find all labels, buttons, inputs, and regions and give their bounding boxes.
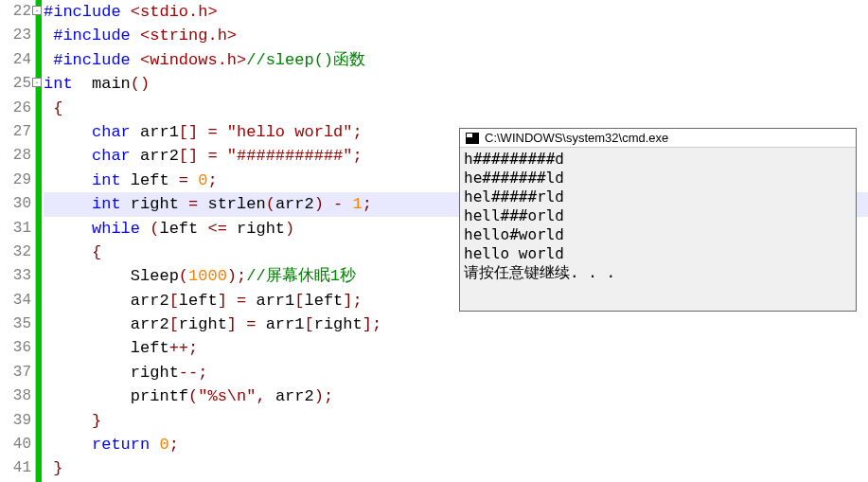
code-line[interactable]: -#include <stdio.h> <box>44 0 868 24</box>
terminal-line: hel#####rld <box>464 187 852 206</box>
terminal-line: hello world <box>464 244 852 263</box>
code-line[interactable]: #include <windows.h>//sleep()函数 <box>44 48 868 72</box>
terminal-line: hello#world <box>464 225 852 244</box>
line-number: 36 <box>0 336 31 360</box>
terminal-line: h#########d <box>464 150 852 169</box>
line-number: 27 <box>0 120 31 144</box>
line-number: 22 <box>0 0 31 24</box>
code-line[interactable]: -int main() <box>44 72 868 96</box>
terminal-output: h#########dhe#######ldhel#####rldhell###… <box>460 148 856 311</box>
code-line[interactable]: return 0; <box>44 433 868 456</box>
code-line[interactable]: printf("%s\n", arr2); <box>44 384 868 408</box>
code-line[interactable]: { <box>44 97 868 120</box>
line-number: 24 <box>0 48 31 72</box>
line-number: 29 <box>0 169 31 192</box>
terminal-window: C:\WINDOWS\system32\cmd.exe h#########dh… <box>459 128 857 312</box>
line-number: 32 <box>0 241 31 264</box>
line-number: 39 <box>0 409 31 433</box>
terminal-line: he#######ld <box>464 169 852 187</box>
code-line[interactable]: } <box>44 409 868 433</box>
terminal-line: 请按任意键继续. . . <box>464 263 852 282</box>
line-number: 26 <box>0 97 31 120</box>
line-number: 31 <box>0 217 31 241</box>
code-line[interactable]: arr2[right] = arr1[right]; <box>44 312 868 336</box>
code-line[interactable]: right--; <box>44 361 868 384</box>
line-number: 23 <box>0 24 31 47</box>
line-number: 41 <box>0 456 31 480</box>
line-number: 30 <box>0 192 31 216</box>
fold-marker-icon[interactable]: - <box>32 78 42 87</box>
line-number: 40 <box>0 433 31 456</box>
line-number: 25 <box>0 72 31 96</box>
terminal-line: hell###orld <box>464 206 852 225</box>
line-number: 34 <box>0 289 31 312</box>
line-number: 37 <box>0 361 31 384</box>
fold-marker-icon[interactable]: - <box>32 6 42 15</box>
cmd-icon <box>466 133 479 144</box>
code-line[interactable]: left++; <box>44 336 868 360</box>
code-line[interactable]: } <box>44 456 868 480</box>
line-number-gutter: 2223242526272829303132333435363738394041 <box>0 0 36 482</box>
terminal-titlebar: C:\WINDOWS\system32\cmd.exe <box>460 129 856 148</box>
terminal-title-text: C:\WINDOWS\system32\cmd.exe <box>485 131 668 145</box>
line-number: 35 <box>0 312 31 336</box>
line-number: 28 <box>0 144 31 168</box>
code-line[interactable]: #include <string.h> <box>44 24 868 47</box>
line-number: 38 <box>0 384 31 408</box>
line-number: 33 <box>0 264 31 288</box>
